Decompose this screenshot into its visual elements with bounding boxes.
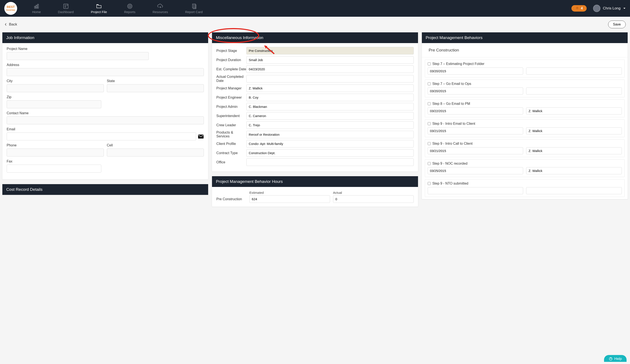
est-complete-input[interactable] <box>246 65 414 73</box>
step-date-input[interactable] <box>428 67 523 75</box>
address-input[interactable] <box>7 68 204 76</box>
zip-label: Zip <box>7 95 101 99</box>
products-label: Products & Services <box>216 131 246 138</box>
step-checkbox[interactable] <box>428 82 431 85</box>
pmbh-panel: Project Management Behavior Hours Estima… <box>212 176 418 207</box>
step-item: Step 9 - NTO submitted <box>425 179 625 197</box>
documents-icon <box>191 3 197 9</box>
address-label: Address <box>7 63 204 67</box>
step-checkbox[interactable] <box>428 62 431 65</box>
back-button[interactable]: Back <box>4 22 17 26</box>
products-input[interactable] <box>246 131 414 138</box>
step-who-input[interactable] <box>526 107 622 114</box>
left-column: Job Information Project Name Address Cit… <box>2 32 208 195</box>
nav-home-label: Home <box>32 10 41 14</box>
logo[interactable]: BESTROOFING <box>4 2 17 15</box>
project-stage-label: Project Stage <box>216 49 246 53</box>
step-checkbox[interactable] <box>428 182 431 185</box>
step-label: Step 9 - Intro Email to Client <box>432 122 475 126</box>
right-column: Project Management Behaviors Pre Constru… <box>422 32 628 199</box>
state-input[interactable] <box>107 84 204 92</box>
contract-type-input[interactable] <box>246 149 414 157</box>
svg-rect-1 <box>36 5 37 8</box>
cloud-download-icon <box>157 3 163 9</box>
pmbh-row1-label: Pre Construction <box>216 197 246 201</box>
office-input[interactable] <box>246 158 414 166</box>
project-duration-label: Project Duration <box>216 58 246 62</box>
fax-label: Fax <box>7 159 101 163</box>
user-menu[interactable]: Chris Long <box>593 5 626 12</box>
step-checkbox[interactable] <box>428 122 431 125</box>
client-profile-input[interactable] <box>246 140 414 147</box>
misc-info-panel: Miscellaneous Information Project Stage … <box>212 32 418 172</box>
cost-record-title: Cost Record Details <box>2 184 208 195</box>
pmbh-est-header: Estimated <box>249 191 330 194</box>
step-date-input[interactable] <box>428 107 523 114</box>
nav-project-file[interactable]: Project File <box>82 1 116 15</box>
step-label: Step 7 – Estimating Project Folder <box>432 62 484 66</box>
step-who-input[interactable] <box>526 67 622 75</box>
nav-project-file-label: Project File <box>91 10 107 14</box>
nav-reports-label: Reports <box>124 10 136 14</box>
email-input[interactable] <box>7 132 196 140</box>
cell-input[interactable] <box>107 149 204 156</box>
project-admin-label: Project Admin <box>216 105 246 109</box>
step-date-input[interactable] <box>428 167 523 174</box>
save-button[interactable]: Save <box>608 20 626 28</box>
main-columns: Job Information Project Name Address Cit… <box>0 32 630 211</box>
pmbh-row1-act[interactable] <box>333 195 414 203</box>
project-duration-input[interactable] <box>246 56 414 64</box>
nav-dashboard[interactable]: Dashboard <box>49 1 82 15</box>
nav-reports[interactable]: Reports <box>116 1 144 15</box>
back-label: Back <box>9 22 17 26</box>
misc-info-title: Miscellaneous Information <box>212 32 418 43</box>
step-checkbox[interactable] <box>428 162 431 165</box>
contact-name-input[interactable] <box>7 116 204 124</box>
mail-icon[interactable] <box>198 134 204 139</box>
project-manager-input[interactable] <box>246 84 414 92</box>
step-who-input[interactable] <box>526 147 622 154</box>
crew-leader-input[interactable] <box>246 121 414 129</box>
home-icon <box>34 3 40 9</box>
crew-leader-label: Crew Leader <box>216 123 246 127</box>
svg-rect-8 <box>198 134 204 138</box>
step-date-input[interactable] <box>428 127 523 134</box>
svg-rect-0 <box>34 6 36 8</box>
phone-input[interactable] <box>7 149 104 156</box>
pmbh-row1-est[interactable] <box>249 195 330 203</box>
step-who-input[interactable] <box>526 167 622 174</box>
project-admin-input[interactable] <box>246 103 414 110</box>
city-input[interactable] <box>7 84 104 92</box>
step-who-input[interactable] <box>526 187 622 194</box>
target-icon <box>127 3 133 9</box>
project-stage-input <box>246 47 414 54</box>
nav-home[interactable]: Home <box>24 1 49 15</box>
notification-pill[interactable]: 4 <box>572 5 587 11</box>
behaviors-title: Project Management Behaviors <box>422 32 628 43</box>
step-date-input[interactable] <box>428 147 523 154</box>
step-item: Step 9 - Intro Call to Client <box>425 139 625 157</box>
bell-icon <box>575 6 579 10</box>
step-who-input[interactable] <box>526 87 622 94</box>
step-checkbox[interactable] <box>428 142 431 145</box>
behaviors-panel: Project Management Behaviors Pre Constru… <box>422 32 628 199</box>
superintendent-input[interactable] <box>246 112 414 120</box>
action-bar: Back Save <box>0 17 630 32</box>
contract-type-label: Contract Type <box>216 151 246 155</box>
step-item: Step 9 - Intro Email to Client <box>425 119 625 137</box>
project-name-input[interactable] <box>7 52 149 60</box>
step-date-input[interactable] <box>428 87 523 94</box>
step-date-input[interactable] <box>428 187 523 194</box>
fax-input[interactable] <box>7 165 101 173</box>
nav-resources[interactable]: Resources <box>144 1 176 15</box>
actual-complete-input[interactable] <box>246 75 414 82</box>
caret-down-icon <box>623 7 626 10</box>
nav-items: Home Dashboard Project File Reports Reso… <box>24 1 211 15</box>
step-checkbox[interactable] <box>428 102 431 105</box>
zip-input[interactable] <box>7 100 101 108</box>
project-engineer-input[interactable] <box>246 94 414 101</box>
nav-report-card[interactable]: Report Card <box>176 1 211 15</box>
step-item: Step 9 - NOC recorded <box>425 159 625 177</box>
dashboard-icon <box>63 3 69 9</box>
step-who-input[interactable] <box>526 127 622 134</box>
